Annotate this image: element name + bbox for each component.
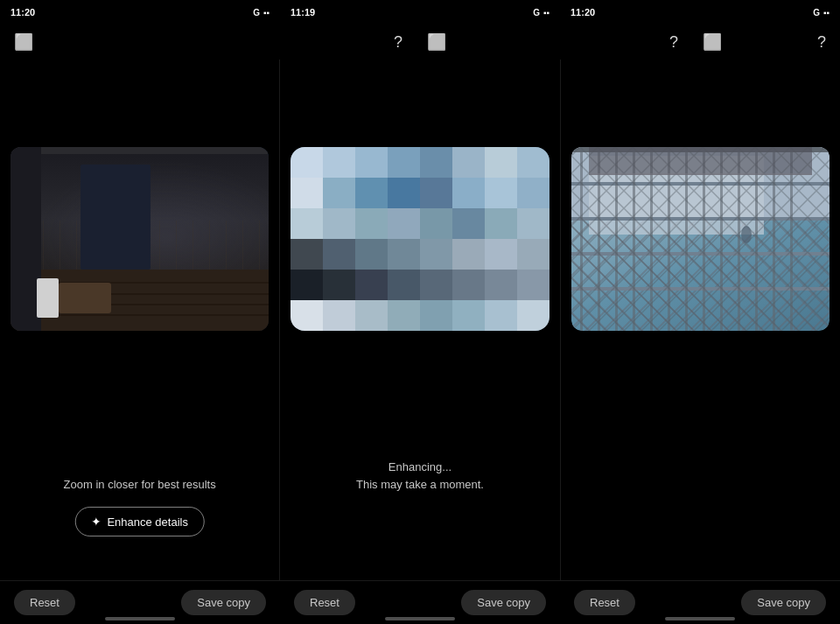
pixel-cell: [485, 270, 517, 300]
image-area-1: [10, 147, 269, 331]
pixel-cell: [323, 208, 355, 239]
status-icons-1: G ▪▪: [253, 8, 270, 18]
home-bar-3: [665, 617, 735, 620]
book-icon-3[interactable]: ⬜: [703, 32, 722, 52]
zoom-hint-text: Zoom in closer for best results: [64, 478, 216, 491]
svg-rect-7: [10, 147, 41, 331]
pixel-cell: [485, 208, 517, 239]
book-icon-1[interactable]: ⬜: [14, 32, 33, 52]
pixel-cell: [517, 300, 550, 331]
pixel-grid: [290, 147, 549, 331]
home-indicators: [0, 617, 840, 620]
pixel-cell: [290, 270, 323, 300]
image-area-2: [290, 147, 549, 331]
pixel-cell: [323, 239, 355, 270]
reset-button-2[interactable]: Reset: [294, 590, 355, 615]
pixel-cell: [485, 147, 517, 178]
svg-rect-1: [80, 165, 150, 270]
pixel-cell: [452, 270, 485, 300]
pixel-cell: [290, 147, 323, 178]
pixel-cell: [355, 147, 388, 178]
pixel-cell: [323, 300, 355, 331]
pixel-cell: [388, 178, 420, 208]
svg-rect-0: [10, 147, 269, 154]
pixel-cell: [323, 147, 355, 178]
room-svg: [10, 147, 269, 331]
status-icons-3: G ▪▪: [813, 8, 830, 18]
pixel-cell: [452, 178, 485, 208]
pixel-cell: [420, 208, 452, 239]
panel-info-1: Zoom in closer for best results: [0, 476, 279, 494]
google-icon-2: G: [533, 8, 540, 18]
time-3: 11:20: [570, 7, 595, 18]
pixel-cell: [355, 208, 388, 239]
pixel-cell: [420, 270, 452, 300]
reset-button-3[interactable]: Reset: [574, 590, 635, 615]
pixel-cell: [452, 208, 485, 239]
pixel-cell: [517, 178, 550, 208]
pixel-cell: [485, 239, 517, 270]
pixel-cell: [420, 239, 452, 270]
pixel-cell: [290, 208, 323, 239]
pixel-cell: [355, 270, 388, 300]
enhance-icon: ✦: [91, 515, 102, 529]
home-bar-2: [385, 617, 455, 620]
reset-button-1[interactable]: Reset: [14, 590, 75, 615]
pixelated-image: [290, 147, 549, 331]
status-bar-3: 11:20 G ▪▪: [560, 0, 840, 25]
home-bar-1: [105, 617, 175, 620]
book-icon-2[interactable]: ⬜: [427, 32, 446, 52]
help-icon-3[interactable]: ?: [669, 33, 678, 52]
icon-bars: ⬜ ? ⬜ ? ⬜ ?: [0, 25, 840, 60]
google-icon-1: G: [253, 8, 260, 18]
outdoor-image: [571, 147, 830, 331]
signal-icon-1: ▪▪: [263, 8, 270, 18]
panel-info-2: Enhancing... This may take a moment.: [280, 459, 559, 493]
image-area-3: [571, 147, 830, 331]
save-copy-button-1[interactable]: Save copy: [181, 590, 266, 615]
pixel-cell: [323, 270, 355, 300]
google-icon-3: G: [813, 8, 820, 18]
save-copy-button-2[interactable]: Save copy: [461, 590, 546, 615]
panel-2: Enhancing... This may take a moment.: [280, 60, 560, 580]
svg-point-36: [741, 226, 752, 243]
help-icon-3b[interactable]: ?: [817, 33, 826, 52]
pixel-cell: [388, 300, 420, 331]
pixel-cell: [355, 300, 388, 331]
pixel-cell: [485, 178, 517, 208]
enhance-details-button[interactable]: ✦ Enhance details: [74, 507, 205, 536]
status-bar-2: 11:19 G ▪▪: [280, 0, 560, 25]
outdoor-svg: [571, 147, 830, 331]
home-indicator-1: [0, 617, 280, 620]
svg-rect-13: [571, 147, 830, 152]
home-indicator-2: [280, 617, 560, 620]
status-bars: 11:20 G ▪▪ 11:19 G ▪▪ 11:20 G ▪▪: [0, 0, 840, 25]
panels: Zoom in closer for best results ✦ Enhanc…: [0, 60, 840, 580]
time-1: 11:20: [10, 7, 35, 18]
pixel-cell: [452, 147, 485, 178]
pixel-cell: [290, 239, 323, 270]
pixel-cell: [355, 178, 388, 208]
pixel-cell: [323, 178, 355, 208]
pixel-cell: [388, 147, 420, 178]
pixel-cell: [290, 300, 323, 331]
pixel-cell: [517, 239, 550, 270]
save-copy-button-3[interactable]: Save copy: [741, 590, 826, 615]
pixel-cell: [420, 300, 452, 331]
svg-rect-31: [571, 147, 830, 331]
pixel-cell: [517, 270, 550, 300]
pixel-cell: [452, 239, 485, 270]
pixel-cell: [517, 147, 550, 178]
panel-1: Zoom in closer for best results ✦ Enhanc…: [0, 60, 280, 580]
status-icons-2: G ▪▪: [533, 8, 550, 18]
icon-bar-3: ? ⬜ ?: [560, 25, 840, 60]
pixel-cell: [485, 300, 517, 331]
enhance-label: Enhance details: [107, 515, 188, 529]
icon-bar-1: ⬜: [0, 25, 280, 60]
pixel-cell: [420, 147, 452, 178]
pixel-cell: [355, 239, 388, 270]
pixel-cell: [290, 178, 323, 208]
help-icon-2[interactable]: ?: [394, 33, 402, 52]
enhancing-text-line2: This may take a moment.: [356, 478, 484, 491]
icon-bar-2: ? ⬜: [280, 25, 560, 60]
